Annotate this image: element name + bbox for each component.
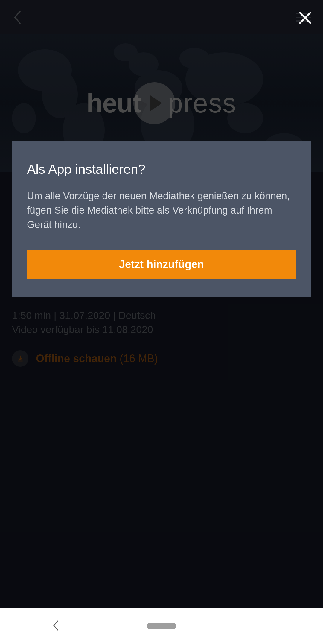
chevron-left-icon [52,619,60,631]
add-now-button[interactable]: Jetzt hinzufügen [27,250,296,279]
modal-title: Als App installieren? [27,162,296,177]
close-icon [298,10,313,25]
install-app-modal: Als App installieren? Um alle Vorzüge de… [12,141,311,297]
system-back-button[interactable] [52,619,60,633]
system-navigation-bar [0,608,323,644]
system-home-pill[interactable] [147,623,176,629]
modal-dim-overlay[interactable] [0,0,323,644]
close-button[interactable] [296,9,314,27]
modal-body: Um alle Vorzüge der neuen Mediathek geni… [27,189,296,232]
